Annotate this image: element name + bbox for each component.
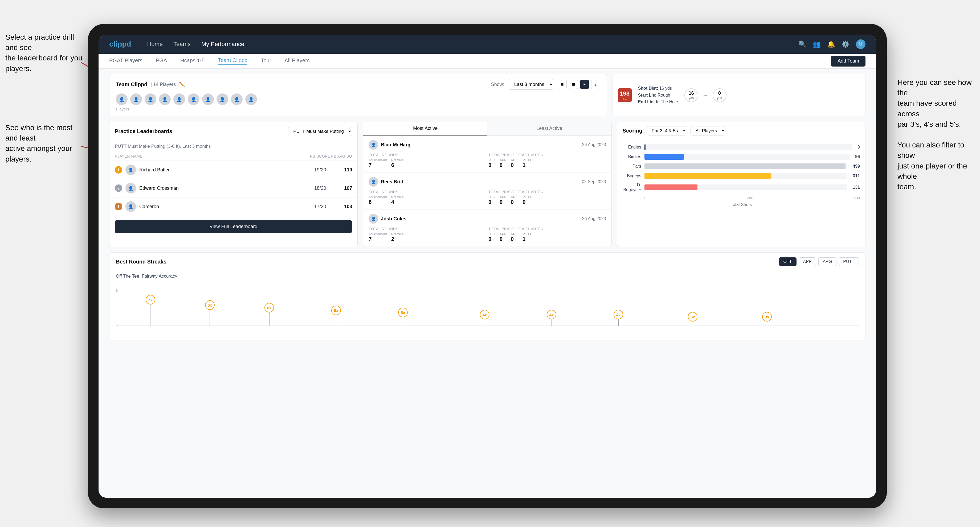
show-period-select[interactable]: Last 3 months [509,79,554,90]
annotation-right: Here you can see how the team have score… [897,77,980,192]
nav-links: Home Teams My Performance [147,41,799,48]
pars-value: 499 [853,164,860,169]
navbar: clippd Home Teams My Performance 🔍 👥 🔔 ⚙… [99,35,876,54]
people-icon[interactable]: 👥 [813,40,821,48]
chart-bar-dbogeys: D. Bogeys + 131 [623,183,860,192]
show-label: Show: [491,82,504,87]
pars-label: Pars [623,164,641,169]
tab-most-active[interactable]: Most Active [363,122,487,135]
search-icon[interactable]: 🔍 [799,40,807,48]
view-list-icon[interactable]: ≡ [580,80,589,89]
bogeys-label: Bogeys [623,173,641,178]
pav-date-3: 26 Aug 2023 [582,216,606,221]
activity-tabs: Most Active Least Active [363,122,611,136]
streaks-buttons: OTT APP ARG PUTT [779,257,859,266]
bell-icon[interactable]: 🔔 [827,40,835,48]
player-avatar-5[interactable]: 👤 [173,94,185,105]
player-avatar-2[interactable]: 👤 [130,94,142,105]
eagles-value: 3 [858,145,860,149]
tablet-frame: clippd Home Teams My Performance 🔍 👥 🔔 ⚙… [88,24,887,508]
lb-avatar-1: 👤 [126,165,136,175]
player-avatar-7[interactable]: 👤 [202,94,214,105]
activity-card: Most Active Least Active 👤 Blair McHarg … [363,122,611,247]
team-count: | 14 Players [151,82,176,87]
eagles-label: Eagles [623,145,641,149]
birdies-label: Birdies [623,154,641,159]
edit-icon[interactable]: ✏️ [179,81,185,87]
lb-col-score: PB SCORE [309,154,331,158]
lb-avg-3: 103 [331,204,352,210]
tab-least-active[interactable]: Least Active [487,122,611,135]
activity-player-3: 👤 Josh Coles 26 Aug 2023 Total Rounds To… [363,210,611,247]
logo: clippd [109,40,131,48]
pav-name-3: Josh Coles [381,216,406,222]
lb-row-3[interactable]: 3 👤 Cameron... 17/20 103 [110,197,357,216]
lb-score-3: 17/20 [309,204,331,210]
player-avatar-3[interactable]: 👤 [145,94,156,105]
view-grid-icon[interactable]: ⊞ [558,80,567,89]
player-avatar-1[interactable]: 👤 [116,94,127,105]
lb-row-2[interactable]: 2 👤 Edward Crossman 18/20 107 [110,179,357,197]
lb-row-1[interactable]: 1 👤 Richard Butler 19/20 110 [110,161,357,179]
drill-select[interactable]: PUTT Must Make Putting [288,127,352,136]
view-sort-icon[interactable]: ↕ [591,80,600,89]
player-avatar-6[interactable]: 👤 [188,94,199,105]
lb-name-2: Edward Crossman [139,186,309,191]
nav-home[interactable]: Home [147,41,163,48]
streak-btn-app[interactable]: APP [799,257,816,266]
streaks-subtitle: Off The Tee, Fairway Accuracy [110,271,865,282]
streak-btn-arg[interactable]: ARG [818,257,837,266]
streak-btn-putt[interactable]: PUTT [838,257,859,266]
subnav-hcaps[interactable]: Hcaps 1-5 [180,57,205,65]
settings-icon[interactable]: ⚙️ [842,40,850,48]
team-header-card: Team Clippd | 14 Players ✏️ Show: Last 3… [109,74,607,116]
lb-rank-2: 2 [115,184,122,192]
shot-badge: 198 SC [618,88,632,102]
nav-teams[interactable]: Teams [173,41,191,48]
view-full-leaderboard-button[interactable]: View Full Leaderboard [115,220,352,233]
pav-avatar-3: 👤 [369,214,378,224]
chart-x-axis: 0 200 400 [623,196,860,200]
player-avatar-9[interactable]: 👤 [231,94,243,105]
view-grid2-icon[interactable]: ▦ [569,80,578,89]
activity-player-2: 👤 Rees Britt 02 Sep 2023 Total Rounds To… [363,173,611,210]
player-avatar-4[interactable]: 👤 [159,94,171,105]
scoring-header: Scoring Par 3, 4 & 5s All Players [617,122,865,140]
lb-avg-1: 110 [331,167,352,173]
pav-name-1: Blair McHarg [381,142,410,148]
add-team-button[interactable]: Add Team [831,56,865,67]
lb-avatar-3: 👤 [126,201,136,212]
lb-col-player: PLAYER NAME [115,154,309,158]
chart-bar-pars: Pars 499 [623,163,860,169]
main-content: Team Clippd | 14 Players ✏️ Show: Last 3… [99,69,876,498]
scoring-filter-players[interactable]: All Players [690,126,725,135]
subnav-pga[interactable]: PGA [156,57,167,65]
subnav-tour[interactable]: Tour [261,57,271,65]
chart-bar-eagles: Eagles 3 [623,144,860,150]
pav-date-1: 26 Aug 2023 [582,142,606,147]
streaks-title: Best Round Streaks [116,259,167,265]
player-avatar-10[interactable]: 👤 [245,94,257,105]
pav-date-2: 02 Sep 2023 [582,179,606,184]
dbogeys-label: D. Bogeys + [623,183,641,192]
subnav-pgat[interactable]: PGAT Players [109,57,142,65]
scoring-title: Scoring [623,128,642,134]
pav-avatar-1: 👤 [369,140,378,149]
pav-avatar-2: 👤 [369,177,378,187]
streaks-chart: 6 4 7x 6x [110,282,865,340]
tablet-screen: clippd Home Teams My Performance 🔍 👥 🔔 ⚙… [99,35,876,498]
player-avatar-8[interactable]: 👤 [216,94,228,105]
scoring-filter-par[interactable]: Par 3, 4 & 5s [647,126,686,135]
activity-player-1: 👤 Blair McHarg 26 Aug 2023 Total Rounds … [363,136,611,173]
subnav-all-players[interactable]: All Players [285,57,309,65]
shot-info-card: 198 SC Shot Dist: 16 yds Start Lie: Roug… [612,74,865,116]
subnav: PGAT Players PGA Hcaps 1-5 Team Clippd T… [99,54,876,69]
nav-my-performance[interactable]: My Performance [201,41,244,48]
chart-total-shots: Total Shots [623,202,860,207]
lb-score-1: 19/20 [309,167,331,173]
lb-rank-1: 1 [115,166,122,173]
scoring-card: Scoring Par 3, 4 & 5s All Players Eagles [617,122,865,247]
subnav-team-clippd[interactable]: Team Clippd [218,57,247,65]
user-avatar[interactable]: U [856,40,865,49]
streak-btn-ott[interactable]: OTT [779,257,797,266]
